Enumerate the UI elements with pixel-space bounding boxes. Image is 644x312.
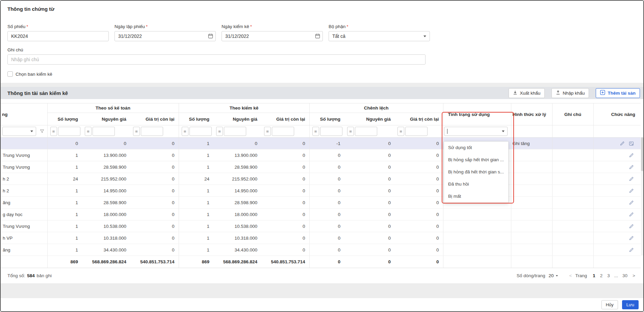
- filter-input[interactable]: [320, 127, 342, 136]
- filter-operator[interactable]: =: [312, 127, 319, 136]
- column-header-status[interactable]: Tình trạng sử dụng: [443, 103, 511, 125]
- edit-icon[interactable]: [629, 165, 634, 170]
- cell-diff-cost: 0: [344, 138, 395, 149]
- table-row[interactable]: g dạy học118.000.0000118.000.0000000: [1, 209, 641, 220]
- edit-icon[interactable]: [629, 188, 634, 193]
- column-header-acct-qty[interactable]: Số lượng: [47, 113, 82, 125]
- cell-room: h 2: [1, 185, 47, 197]
- cancel-button[interactable]: Hủy: [601, 300, 618, 309]
- table-row[interactable]: Trung Vương110.538.0000110.538.0000000: [1, 220, 641, 232]
- filter-input[interactable]: [355, 127, 377, 136]
- cell-diff-cost: 0: [344, 185, 395, 197]
- table-row[interactable]: Trung Vương113.900.0000113.900.0000000: [1, 149, 641, 161]
- page-button-2[interactable]: 2: [600, 273, 603, 278]
- edit-icon[interactable]: [629, 224, 634, 229]
- edit-icon[interactable]: [629, 236, 634, 241]
- filter-input[interactable]: [405, 127, 428, 136]
- dropdown-option[interactable]: Bị hỏng sắp hết thời gian ...: [444, 154, 508, 166]
- table-row[interactable]: h 2114.950.0000114.950.0000000: [1, 185, 641, 197]
- filter-input[interactable]: [272, 127, 294, 136]
- create-date-input[interactable]: [114, 31, 216, 41]
- inventory-board-checkbox-row[interactable]: Chọn ban kiểm kê: [7, 71, 637, 77]
- prev-page-button[interactable]: <: [567, 273, 574, 278]
- cell-method: [511, 232, 552, 244]
- edit-icon[interactable]: [620, 141, 625, 146]
- column-header-inv-cost[interactable]: Nguyên giá: [213, 113, 261, 125]
- edit-icon[interactable]: [629, 153, 634, 158]
- add-asset-button[interactable]: Thêm tài sản: [596, 88, 640, 98]
- status-filter-dropdown[interactable]: [444, 127, 508, 136]
- filter-input[interactable]: [141, 127, 163, 136]
- dropdown-option[interactable]: Sử dụng tốt: [444, 142, 508, 154]
- filter-operator[interactable]: =: [133, 127, 140, 136]
- receipt-number-input[interactable]: [7, 31, 109, 41]
- filter-operator[interactable]: =: [264, 127, 271, 136]
- calendar-icon[interactable]: [208, 33, 213, 40]
- rows-per-page-select[interactable]: 20: [549, 273, 558, 278]
- table-row[interactable]: ãng134.430.0000134.430.0000000: [1, 244, 641, 256]
- status-dropdown-panel: Sử dụng tốt Bị hỏng sắp hết thời gian ..…: [444, 141, 509, 203]
- cell-diff-cost: 0: [344, 244, 395, 256]
- filter-operator[interactable]: =: [397, 127, 404, 136]
- filter-funnel-icon[interactable]: [40, 129, 44, 134]
- column-header-room[interactable]: ng: [1, 103, 47, 125]
- filter-input[interactable]: [93, 127, 115, 136]
- table-row[interactable]: ãng128.598.9000128.598.9000000: [1, 197, 641, 209]
- column-header-method[interactable]: Hình thức xử lý: [511, 103, 552, 125]
- table-row[interactable]: Trung Vương128.598.9000128.598.9000000: [1, 161, 641, 173]
- department-select[interactable]: Tất cả: [329, 31, 430, 41]
- filter-input[interactable]: [224, 127, 246, 136]
- scrollbar-thumb[interactable]: [641, 137, 643, 171]
- next-page-button[interactable]: >: [630, 273, 637, 278]
- cell-inv-remain: 0: [261, 185, 309, 197]
- edit-icon[interactable]: [629, 176, 634, 182]
- filter-operator[interactable]: =: [182, 127, 188, 136]
- note-input[interactable]: [7, 54, 426, 65]
- cell-diff-cost: 0: [344, 197, 395, 209]
- column-header-diff-remain[interactable]: Giá trị còn lại: [395, 113, 443, 125]
- checkbox[interactable]: [7, 71, 13, 77]
- remove-doc-icon[interactable]: [629, 141, 634, 146]
- column-header-inv-remain[interactable]: Giá trị còn lại: [261, 113, 309, 125]
- calendar-icon[interactable]: [315, 33, 320, 40]
- cell-acct-remain: 0: [130, 149, 179, 161]
- dropdown-option[interactable]: Bị hỏng đã hết thời gian s...: [444, 166, 508, 178]
- edit-icon[interactable]: [629, 212, 634, 217]
- cell-acct-cost: 13.900.000: [82, 149, 130, 161]
- column-header-diff-cost[interactable]: Nguyên giá: [344, 113, 395, 125]
- filter-operator[interactable]: =: [85, 127, 92, 136]
- page-button-1[interactable]: 1: [593, 273, 595, 278]
- column-header-diff-qty[interactable]: Số lượng: [309, 113, 344, 125]
- total-status: [443, 256, 511, 268]
- dropdown-option[interactable]: Bị mất: [444, 190, 508, 202]
- column-header-inv-qty[interactable]: Số lượng: [179, 113, 213, 125]
- filter-input[interactable]: [189, 127, 212, 136]
- page-button-3[interactable]: 3: [607, 273, 610, 278]
- column-header-acct-cost[interactable]: Nguyên giá: [82, 113, 130, 125]
- cell-method: [511, 173, 552, 185]
- cell-inv-cost: 28.598.900: [213, 197, 261, 209]
- vertical-scrollbar[interactable]: [641, 137, 643, 256]
- column-header-note[interactable]: Ghi chú: [552, 103, 593, 125]
- filter-input[interactable]: [58, 127, 80, 136]
- import-button[interactable]: Nhập khẩu: [551, 88, 589, 98]
- cell-method: [511, 149, 552, 161]
- export-button[interactable]: Xuất khẩu: [509, 88, 545, 98]
- dropdown-option[interactable]: Đã thu hồi: [444, 178, 508, 190]
- table-row[interactable]: h VP110.318.0000110.318.0000000: [1, 232, 641, 244]
- page-button-30[interactable]: 30: [622, 273, 627, 278]
- filter-operator[interactable]: =: [347, 127, 354, 136]
- table-row[interactable]: 000100-100Ghi tăng: [1, 138, 641, 149]
- table-row[interactable]: h 224215.952.000024215.952.0000000: [1, 173, 641, 185]
- column-header-acct-remain[interactable]: Giá trị còn lại: [130, 113, 179, 125]
- edit-icon[interactable]: [629, 247, 634, 253]
- total-inv-cost: 568.869.286.824: [213, 256, 261, 268]
- save-button[interactable]: Lưu: [622, 300, 639, 309]
- cell-room: ãng: [1, 244, 47, 256]
- edit-icon[interactable]: [629, 200, 634, 205]
- filter-operator[interactable]: =: [216, 127, 223, 136]
- room-filter-dropdown[interactable]: [2, 127, 36, 136]
- filter-operator[interactable]: =: [50, 127, 57, 136]
- download-icon: [513, 90, 517, 96]
- inventory-date-input[interactable]: [222, 31, 323, 41]
